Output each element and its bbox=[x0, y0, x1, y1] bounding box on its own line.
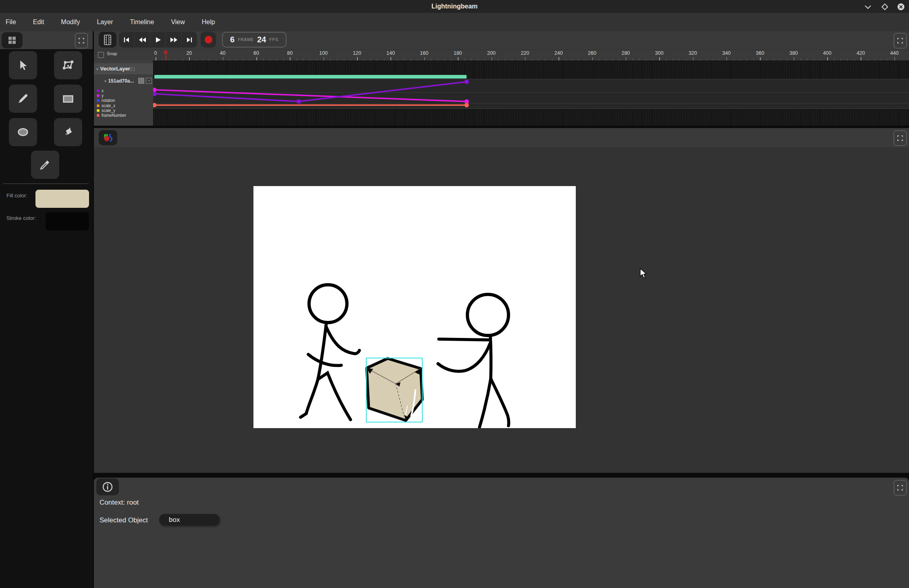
menu-file[interactable]: File bbox=[4, 18, 18, 27]
tools-panel: Fill color: Stroke color: bbox=[0, 31, 93, 588]
window-title: Lightningbeam bbox=[0, 0, 909, 13]
property-x[interactable]: x bbox=[94, 88, 153, 93]
fast-forward-icon bbox=[170, 36, 178, 43]
film-button[interactable] bbox=[99, 32, 116, 48]
ruler-label: 180 bbox=[454, 50, 462, 56]
ruler-label: 120 bbox=[353, 50, 361, 56]
playhead[interactable] bbox=[163, 49, 168, 61]
record-button[interactable] bbox=[201, 32, 216, 48]
close-icon[interactable] bbox=[897, 3, 905, 10]
tools-expand-button[interactable] bbox=[75, 33, 88, 48]
clip-curve-toggle[interactable]: ~ bbox=[146, 78, 152, 84]
property-y[interactable]: y bbox=[94, 93, 153, 98]
property-color-dot bbox=[97, 114, 100, 117]
menu-modify[interactable]: Modify bbox=[59, 18, 81, 27]
clip-row[interactable]: ▾ 151ad70a... ~ bbox=[94, 75, 153, 86]
collapse-triangle-icon[interactable]: ▾ bbox=[94, 79, 106, 83]
property-label: frameNumber bbox=[102, 113, 126, 118]
keyframe-dot[interactable] bbox=[297, 99, 301, 104]
ruler-label: 320 bbox=[689, 50, 697, 56]
ruler-label: 240 bbox=[554, 50, 563, 56]
fps-unit-label: FPS bbox=[269, 37, 278, 42]
titlebar: Lightningbeam bbox=[0, 0, 909, 13]
menu-layer[interactable]: Layer bbox=[95, 18, 114, 27]
selection-box[interactable] bbox=[366, 358, 423, 422]
ellipse-icon bbox=[16, 125, 30, 139]
property-list: xyrotationscale_xscale_yframeNumber bbox=[94, 88, 153, 118]
tools-panel-header bbox=[0, 31, 93, 49]
frame-fps-display: 6 FRAME 24 FPS bbox=[222, 32, 286, 48]
tool-pencil[interactable] bbox=[9, 85, 37, 113]
layer-row-vectorlayer[interactable]: ▾ VectorLayer[L] bbox=[94, 63, 153, 74]
expand-icon bbox=[897, 484, 903, 491]
record-icon bbox=[205, 36, 212, 43]
frame-unit-label: FRAME bbox=[238, 37, 254, 42]
timeline-panel: 6 FRAME 24 FPS Snap 02040608010012014016… bbox=[94, 31, 909, 126]
fast-forward-button[interactable] bbox=[166, 32, 182, 48]
clip-visibility-toggle[interactable] bbox=[138, 78, 144, 84]
property-rotation[interactable]: rotation bbox=[94, 98, 153, 103]
layer-names-column: ▾ VectorLayer[L] ▾ 151ad70a... ~ xyrotat… bbox=[94, 60, 154, 126]
skip-start-button[interactable] bbox=[119, 32, 135, 48]
menu-help[interactable]: Help bbox=[200, 18, 217, 27]
tool-ellipse[interactable] bbox=[9, 118, 37, 146]
property-label: scale_y bbox=[102, 108, 115, 113]
ruler-label: 60 bbox=[253, 50, 259, 56]
info-button[interactable] bbox=[96, 478, 119, 495]
ruler-label: 200 bbox=[487, 50, 496, 56]
grid-menu-button[interactable] bbox=[2, 32, 23, 48]
minimize-icon[interactable] bbox=[863, 3, 872, 10]
rewind-button[interactable] bbox=[135, 32, 150, 48]
menu-view[interactable]: View bbox=[169, 18, 186, 27]
shapes-menu-button[interactable] bbox=[99, 130, 117, 145]
ruler-label: 440 bbox=[890, 50, 899, 56]
ruler-label: 40 bbox=[220, 50, 226, 56]
property-scale_y[interactable]: scale_y bbox=[94, 108, 153, 113]
ruler-label: 340 bbox=[722, 50, 731, 56]
keyframe-dot[interactable] bbox=[153, 103, 157, 108]
keyframe-dot[interactable] bbox=[465, 80, 469, 84]
clip-name: 151ad70a... bbox=[108, 78, 134, 84]
tool-select[interactable] bbox=[9, 51, 37, 79]
timeline-track-area[interactable] bbox=[153, 60, 909, 126]
timeline-ruler-row: Snap 02040608010012014016018020022024026… bbox=[94, 49, 909, 61]
canvas-expand-button[interactable] bbox=[894, 130, 907, 146]
menu-timeline[interactable]: Timeline bbox=[129, 18, 156, 27]
stage[interactable] bbox=[253, 186, 576, 428]
inspector-expand-button[interactable] bbox=[894, 480, 907, 495]
keyframe-dot[interactable] bbox=[465, 103, 469, 108]
selected-object-dropdown[interactable]: box bbox=[159, 514, 220, 526]
skip-start-icon bbox=[123, 36, 130, 43]
property-label: scale_x bbox=[102, 104, 115, 108]
collapse-triangle-icon[interactable]: ▾ bbox=[94, 67, 98, 71]
property-scale_x[interactable]: scale_x bbox=[94, 103, 153, 108]
canvas-panel bbox=[94, 128, 909, 473]
keyframe-dot[interactable] bbox=[153, 92, 157, 96]
stick-figure-right[interactable] bbox=[438, 294, 509, 427]
frame-value: 6 bbox=[230, 35, 235, 44]
property-color-dot bbox=[97, 99, 100, 102]
ruler-label: 220 bbox=[521, 50, 529, 56]
stick-figure-left[interactable] bbox=[301, 285, 359, 420]
timeline-ruler[interactable]: 0204060801001201401601802002202402602803… bbox=[154, 50, 909, 61]
ruler-label: 140 bbox=[386, 50, 395, 56]
selected-object-label: Selected Object bbox=[100, 516, 148, 524]
tool-eyedropper[interactable] bbox=[31, 151, 59, 179]
keyframe-dot[interactable] bbox=[153, 88, 157, 92]
tool-transform[interactable] bbox=[54, 51, 82, 79]
snap-checkbox[interactable] bbox=[98, 52, 104, 58]
curves-svg[interactable] bbox=[153, 60, 909, 126]
stroke-color-swatch[interactable] bbox=[46, 212, 89, 230]
inspector-panel: Context: root Selected Object box bbox=[94, 478, 909, 588]
play-button[interactable] bbox=[150, 32, 166, 48]
tool-paint-bucket[interactable] bbox=[54, 118, 82, 146]
timeline-expand-button[interactable] bbox=[894, 33, 907, 48]
ruler-label: 300 bbox=[655, 50, 664, 56]
property-frameNumber[interactable]: frameNumber bbox=[94, 113, 153, 118]
fill-color-swatch[interactable] bbox=[35, 190, 89, 208]
maximize-icon[interactable] bbox=[880, 3, 889, 10]
tool-rectangle[interactable] bbox=[54, 85, 82, 113]
skip-end-button[interactable] bbox=[182, 32, 197, 48]
rewind-icon bbox=[138, 36, 146, 43]
menu-edit[interactable]: Edit bbox=[31, 18, 46, 27]
